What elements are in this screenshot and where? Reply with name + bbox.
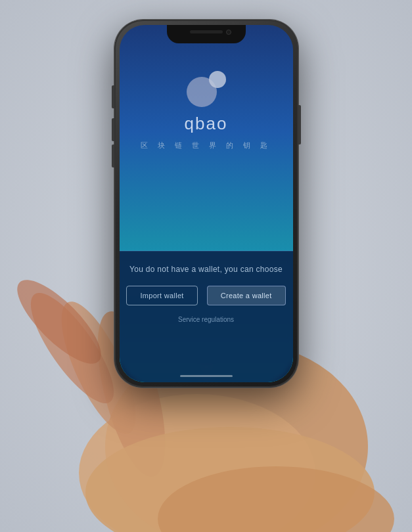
scene: qbao 区 块 链 世 界 的 钥 匙 You do not have a w… xyxy=(0,0,412,532)
service-regulations-link[interactable]: Service regulations xyxy=(178,316,234,323)
speaker-grille xyxy=(190,30,223,33)
logo-small-circle xyxy=(209,71,226,88)
phone-device: qbao 区 块 链 世 界 的 钥 匙 You do not have a w… xyxy=(114,20,298,388)
action-buttons: Import wallet Create a wallet xyxy=(126,286,285,305)
phone-screen: qbao 区 块 链 世 界 的 钥 匙 You do not have a w… xyxy=(120,25,293,382)
screen-content: qbao 区 块 链 世 界 的 钥 匙 You do not have a w… xyxy=(120,25,293,382)
app-logo-icon xyxy=(187,71,226,107)
home-indicator xyxy=(180,375,233,377)
app-name: qbao xyxy=(185,114,228,134)
app-subtitle: 区 块 链 世 界 的 钥 匙 xyxy=(141,141,271,150)
import-wallet-button[interactable]: Import wallet xyxy=(126,286,197,305)
bottom-panel: You do not have a wallet, you can choose… xyxy=(120,251,293,382)
wallet-prompt-text: You do not have a wallet, you can choose xyxy=(129,265,283,274)
phone-notch xyxy=(167,25,246,43)
front-camera xyxy=(226,30,231,35)
create-wallet-button[interactable]: Create a wallet xyxy=(207,286,286,305)
